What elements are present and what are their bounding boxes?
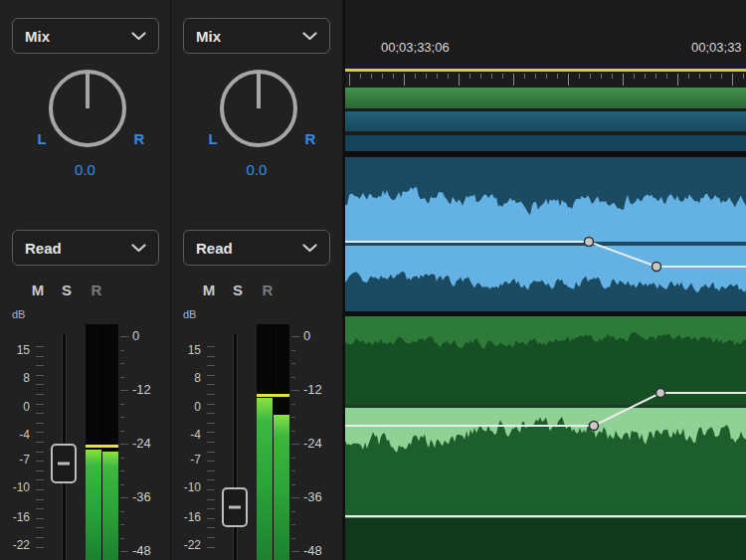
audio-clip-green[interactable]: [345, 316, 746, 560]
audio-clip-green-graphics: [345, 316, 746, 560]
pan-right-label: R: [127, 130, 151, 147]
mixer-channel-strip-1: Mix L R 0.0 Read M S R dB 15 8 0: [0, 0, 171, 560]
scale-label: -36: [303, 489, 343, 504]
fader-tick-marks: [36, 336, 46, 560]
collapsed-track-clip[interactable]: [345, 135, 746, 157]
audio-clip-blue[interactable]: [345, 157, 746, 311]
audio-waveform-right-channel: [345, 246, 746, 292]
solo-button[interactable]: S: [227, 281, 249, 298]
timeline-ruler[interactable]: [345, 74, 746, 88]
scale-label: -24: [132, 436, 172, 451]
track-input-dropdown[interactable]: Mix: [12, 18, 159, 54]
mute-button[interactable]: M: [27, 281, 49, 298]
scale-label: -22: [2, 538, 30, 552]
meter-fill-right: [274, 415, 289, 560]
track-input-label: Mix: [196, 28, 221, 45]
scale-label: 15: [173, 343, 201, 357]
scale-label: -48: [132, 543, 172, 558]
keyframe-handle[interactable]: [656, 389, 665, 398]
peak-indicator: [86, 445, 118, 448]
meter-fill-right: [102, 452, 118, 560]
chevron-down-icon: [302, 32, 317, 41]
scale-label: -24: [303, 436, 343, 451]
volume-fader-handle[interactable]: [51, 444, 77, 483]
next-track-region: [345, 518, 746, 560]
scale-label: -16: [2, 510, 30, 524]
meter-fill-left: [257, 398, 273, 560]
audio-clip-blue-graphics: [345, 157, 746, 311]
scale-label: -12: [132, 382, 172, 397]
meter-tick-marks: [291, 324, 300, 560]
scale-label: -7: [173, 453, 201, 467]
automation-mode-dropdown[interactable]: Read: [183, 230, 330, 266]
scale-label: 8: [173, 371, 201, 385]
chevron-down-icon: [131, 244, 146, 253]
meter-bar-left: [257, 324, 273, 560]
pan-value[interactable]: 0.0: [0, 161, 170, 178]
scale-label: 15: [2, 343, 30, 357]
scale-label: -22: [173, 538, 201, 552]
mute-button[interactable]: M: [198, 281, 220, 298]
volume-fader-handle[interactable]: [222, 487, 248, 527]
mixer-channel-strip-2: Mix L R 0.0 Read M S R dB 15 8 0: [171, 0, 343, 560]
scale-label: -48: [303, 543, 343, 558]
scale-label: -16: [173, 510, 201, 524]
pan-left-label: L: [201, 130, 225, 147]
audio-track-mixer-panel: Mix L R 0.0 Read M S R dB 15 8 0: [0, 0, 746, 560]
ruler-timecode: 00;03;33;06: [381, 40, 450, 55]
scale-label: -10: [2, 480, 30, 494]
scale-label: -4: [173, 428, 201, 442]
ruler-timecode: 00;03;33: [691, 40, 742, 55]
pan-value[interactable]: 0.0: [171, 161, 342, 178]
scale-label: -7: [2, 453, 30, 467]
channel-divider: [345, 405, 746, 408]
scale-label: -4: [2, 428, 30, 442]
video-track-clip[interactable]: [345, 88, 746, 108]
timeline-panel: 00;03;33;06 00;03;33: [343, 0, 746, 560]
automation-mode-label: Read: [196, 240, 233, 257]
peak-indicator: [257, 394, 289, 397]
fader-tick-marks: [207, 336, 217, 560]
level-meter: [257, 324, 289, 560]
collapsed-track-clip[interactable]: [345, 111, 746, 131]
track-input-label: Mix: [25, 28, 50, 45]
keyframe-handle[interactable]: [590, 422, 599, 431]
record-arm-button[interactable]: R: [86, 281, 107, 298]
record-arm-button[interactable]: R: [257, 281, 279, 298]
db-unit-label: dB: [12, 308, 25, 320]
volume-automation-line-flat[interactable]: [345, 515, 746, 518]
scale-label: 0: [2, 400, 30, 414]
scale-label: -12: [303, 382, 343, 397]
scale-label: -36: [132, 489, 172, 504]
scale-label: 0: [303, 328, 343, 343]
automation-mode-label: Read: [25, 240, 62, 257]
track-input-dropdown[interactable]: Mix: [183, 18, 330, 54]
chevron-down-icon: [131, 32, 146, 41]
chevron-down-icon: [302, 244, 317, 253]
keyframe-handle[interactable]: [653, 263, 661, 272]
meter-bar-left: [86, 324, 101, 560]
waveform-dense-region: [345, 494, 746, 515]
scale-label: 0: [173, 400, 201, 414]
automation-mode-dropdown[interactable]: Read: [12, 230, 159, 266]
meter-tick-marks: [120, 324, 129, 560]
work-area-bar[interactable]: [345, 69, 746, 72]
solo-button[interactable]: S: [56, 281, 78, 298]
scale-label: -10: [173, 480, 201, 494]
meter-fill-left: [86, 450, 101, 560]
db-unit-label: dB: [183, 308, 196, 320]
pan-right-label: R: [298, 130, 322, 147]
keyframe-handle[interactable]: [585, 238, 594, 247]
scale-label: 0: [132, 328, 172, 343]
meter-bar-right: [102, 324, 118, 560]
meter-bar-right: [274, 324, 289, 560]
level-meter: [86, 324, 118, 560]
pan-left-label: L: [30, 130, 54, 147]
audio-waveform-left-channel: [345, 187, 746, 242]
scale-label: 8: [2, 371, 30, 385]
